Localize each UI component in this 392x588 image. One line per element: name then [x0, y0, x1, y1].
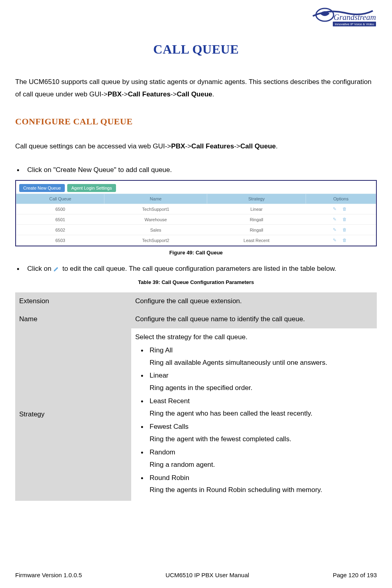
section-heading: CONFIGURE CALL QUEUE — [15, 116, 377, 127]
agent-login-settings-button: Agent Login Settings — [67, 184, 116, 192]
call-queue-table: Call Queue Name Strategy Options 6500Tec… — [16, 194, 376, 246]
pencil-icon — [53, 264, 60, 269]
list-item-desc: Ring a random agent. — [139, 459, 373, 471]
list-item-desc: Ring all available Agents simultaneously… — [139, 357, 373, 369]
body-paragraph: Call queue settings can be accessed via … — [15, 140, 377, 153]
parameters-table: Extension Configure the call queue exten… — [15, 292, 377, 501]
intro-paragraph: The UCM6510 supports call queue by using… — [15, 76, 377, 100]
list-item: Fewest Calls — [139, 421, 373, 433]
page-title: CALL QUEUE — [15, 42, 377, 57]
brand-logo: Grandstream Innovative IP Voice & Video — [309, 5, 377, 29]
param-desc: Configure the call queue extension. — [131, 292, 377, 310]
list-item: Round Robin — [139, 472, 373, 484]
svg-text:Grandstream: Grandstream — [334, 13, 376, 22]
list-item-desc: Ring the agent who has been called the l… — [139, 408, 373, 420]
param-desc: Configure the call queue name to identif… — [131, 310, 377, 328]
footer-page-number: Page 120 of 193 — [333, 572, 377, 578]
figure-caption: Figure 49: Call Queue — [15, 250, 377, 256]
list-item: Linear — [139, 370, 373, 382]
col-options: Options — [306, 194, 376, 204]
table-row: 6502SalesRingall✎ 🗑 — [16, 225, 376, 235]
param-label: Extension — [15, 292, 131, 310]
bullet-edit-queue: Click on to edit the call queue. The cal… — [15, 263, 377, 275]
svg-text:Innovative IP Voice & Video: Innovative IP Voice & Video — [335, 22, 374, 26]
param-desc: Select the strategy for the call queue. … — [131, 328, 377, 501]
table-row: 6500TechSupport1Linear✎ 🗑 — [16, 204, 376, 214]
table-row: 6501WarehouseRingall✎ 🗑 — [16, 214, 376, 225]
list-item: Random — [139, 447, 373, 458]
footer-firmware: Firmware Version 1.0.0.5 — [15, 572, 82, 578]
create-new-queue-button: Create New Queue — [19, 184, 65, 192]
col-strategy: Strategy — [207, 194, 306, 204]
table-row: 6503TechSupport2Least Recent✎ 🗑 — [16, 235, 376, 246]
list-item-desc: Ring the agents in Round Robin schedulin… — [139, 484, 373, 496]
col-name: Name — [104, 194, 207, 204]
list-item: Ring All — [139, 345, 373, 356]
param-label: Name — [15, 310, 131, 328]
table-caption: Table 39: Call Queue Configuration Param… — [15, 279, 377, 285]
list-item-desc: Ring agents in the specified order. — [139, 382, 373, 394]
list-item: Least Recent — [139, 396, 373, 407]
page-footer: Firmware Version 1.0.0.5 UCM6510 IP PBX … — [15, 572, 377, 578]
bullet-create-queue: Click on "Create New Queue" to add call … — [15, 164, 377, 176]
col-call-queue: Call Queue — [16, 194, 104, 204]
footer-manual-title: UCM6510 IP PBX User Manual — [166, 572, 249, 578]
figure-screenshot: Create New Queue Agent Login Settings Ca… — [15, 180, 377, 246]
param-label: Strategy — [15, 328, 131, 501]
list-item-desc: Ring the agent with the fewest completed… — [139, 434, 373, 445]
